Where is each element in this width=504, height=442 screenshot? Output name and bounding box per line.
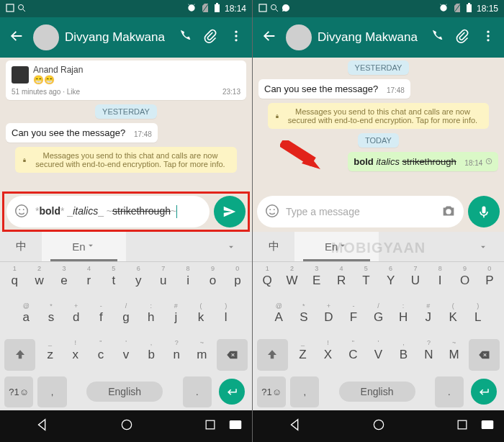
message-in[interactable]: Can you see the message? 17:48 <box>258 79 410 99</box>
message-in[interactable]: Can you see the message? 17:48 <box>6 123 158 143</box>
key-o[interactable]: O9 <box>453 262 476 299</box>
keyboard[interactable]: 中 En q1w2e3r4t5y6u7i8o9p0 a@s*d+f-g/h:j … <box>0 232 252 410</box>
key-x[interactable]: x! <box>63 336 87 374</box>
kbd-lang-en[interactable]: En <box>42 232 126 261</box>
kbd-suggestion[interactable] <box>379 232 463 261</box>
key-r[interactable]: r4 <box>77 262 100 299</box>
encryption-notice[interactable]: Messages you send to this chat and calls… <box>15 147 236 173</box>
symbols-key[interactable]: ?1☺ <box>4 376 33 408</box>
key-e[interactable]: e3 <box>53 262 76 299</box>
backspace-key[interactable] <box>469 339 500 371</box>
key-j[interactable]: j # <box>164 299 188 337</box>
key-q[interactable]: Q1 <box>256 262 279 299</box>
nav-home[interactable] <box>120 418 134 435</box>
key-p[interactable]: P0 <box>478 262 501 299</box>
key-e[interactable]: E3 <box>305 262 328 299</box>
space-key[interactable]: English <box>322 374 432 411</box>
kbd-collapse[interactable] <box>462 232 504 261</box>
avatar[interactable] <box>286 24 312 50</box>
key-y[interactable]: Y6 <box>379 262 402 299</box>
key-f[interactable]: F- <box>342 299 366 337</box>
key-p[interactable]: p0 <box>226 262 249 299</box>
key-j[interactable]: J # <box>416 299 440 337</box>
comma-key[interactable]: , <box>290 376 319 408</box>
key-n[interactable]: n? <box>165 336 189 374</box>
call-icon[interactable] <box>174 26 194 49</box>
key-g[interactable]: g/ <box>114 299 138 337</box>
key-i[interactable]: i8 <box>176 262 199 299</box>
key-t[interactable]: T5 <box>354 262 377 299</box>
key-b[interactable]: b, <box>140 336 163 374</box>
key-h[interactable]: h: <box>139 299 163 337</box>
backspace-key[interactable] <box>217 339 248 371</box>
message-input[interactable]: *bold* _italics_ ~strikethrough~ <box>6 196 210 227</box>
key-k[interactable]: K( <box>441 299 465 337</box>
key-d[interactable]: D+ <box>317 299 341 337</box>
chat-area[interactable]: Anand Rajan 😁😁 51 minutes ago · Like23:1… <box>0 58 252 191</box>
key-r[interactable]: R4 <box>330 262 353 299</box>
key-t[interactable]: t5 <box>102 262 125 299</box>
key-m[interactable]: M~ <box>442 336 466 374</box>
key-w[interactable]: W2 <box>280 262 303 299</box>
attach-icon[interactable] <box>452 26 472 49</box>
nav-keyboard[interactable] <box>229 420 242 433</box>
symbols-key[interactable]: ?1☺ <box>257 376 286 408</box>
key-b[interactable]: B, <box>392 336 415 374</box>
key-n[interactable]: N? <box>417 336 441 374</box>
nav-back[interactable] <box>287 417 303 436</box>
key-m[interactable]: m~ <box>190 336 214 374</box>
emoji-icon[interactable] <box>14 203 30 221</box>
key-w[interactable]: w2 <box>27 262 50 299</box>
attach-icon[interactable] <box>200 26 220 49</box>
key-v[interactable]: v' <box>114 336 138 374</box>
key-x[interactable]: X! <box>316 336 340 374</box>
shared-post[interactable]: Anand Rajan 😁😁 51 minutes ago · Like23:1… <box>6 60 246 100</box>
contact-name[interactable]: Divyang Makwana <box>318 30 420 45</box>
nav-home[interactable] <box>372 418 386 435</box>
key-f[interactable]: f- <box>89 299 113 337</box>
kbd-lang-zh[interactable]: 中 <box>253 232 294 261</box>
nav-recent[interactable] <box>455 418 469 435</box>
key-a[interactable]: A@ <box>267 299 291 337</box>
nav-keyboard[interactable] <box>481 420 494 433</box>
key-k[interactable]: k( <box>189 299 213 337</box>
key-a[interactable]: a@ <box>14 299 38 337</box>
comma-key[interactable]: , <box>37 376 66 408</box>
enter-key[interactable] <box>219 379 245 405</box>
message-out[interactable]: bold italics strikethrough 18:14 <box>348 152 498 171</box>
shift-key[interactable] <box>257 339 288 371</box>
kbd-lang-en[interactable]: En <box>294 232 379 261</box>
key-q[interactable]: q1 <box>3 262 26 299</box>
kbd-collapse[interactable] <box>210 232 252 261</box>
key-o[interactable]: o9 <box>201 262 224 299</box>
key-c[interactable]: c" <box>89 336 112 374</box>
nav-back[interactable] <box>35 417 50 436</box>
period-key[interactable]: . <box>183 376 212 408</box>
call-icon[interactable] <box>426 26 446 49</box>
camera-icon[interactable] <box>441 203 456 221</box>
key-l[interactable]: L) <box>467 299 490 337</box>
mic-button[interactable] <box>468 196 500 227</box>
period-key[interactable]: . <box>435 376 464 408</box>
send-button[interactable] <box>214 196 246 227</box>
key-u[interactable]: U7 <box>404 262 427 299</box>
key-h[interactable]: H: <box>392 299 415 337</box>
key-v[interactable]: V' <box>366 336 390 374</box>
key-z[interactable]: z_ <box>38 336 62 374</box>
key-s[interactable]: S* <box>292 299 316 337</box>
emoji-icon[interactable] <box>264 203 280 221</box>
more-icon[interactable] <box>478 26 498 49</box>
key-z[interactable]: Z_ <box>291 336 315 374</box>
chat-area[interactable]: YESTERDAY Can you see the message? 17:48… <box>253 58 504 191</box>
enter-key[interactable] <box>471 379 497 405</box>
key-y[interactable]: y6 <box>127 262 150 299</box>
kbd-suggestion[interactable] <box>126 232 210 261</box>
back-button[interactable] <box>258 25 280 50</box>
back-button[interactable] <box>6 25 27 50</box>
message-input[interactable]: Type a message <box>257 196 464 227</box>
avatar[interactable] <box>33 24 59 50</box>
kbd-lang-zh[interactable]: 中 <box>0 232 42 261</box>
shift-key[interactable] <box>4 339 35 371</box>
key-s[interactable]: s* <box>40 299 63 337</box>
key-d[interactable]: d+ <box>64 299 88 337</box>
